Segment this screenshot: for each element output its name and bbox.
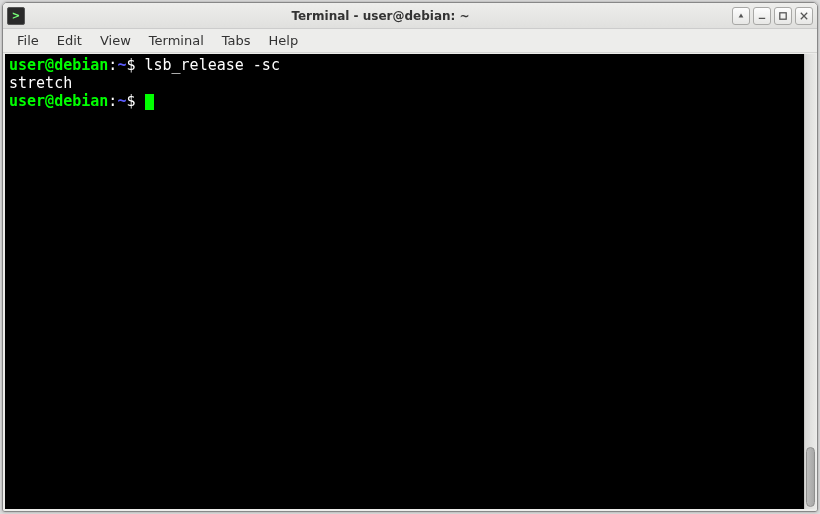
close-button[interactable] [795, 7, 813, 25]
terminal-window: Terminal - user@debian: ~ File Edit View… [2, 2, 818, 512]
output-line: stretch [9, 74, 72, 92]
scrollbar-thumb[interactable] [806, 447, 815, 507]
rollup-button[interactable] [732, 7, 750, 25]
vertical-scrollbar[interactable] [804, 54, 816, 509]
prompt-userhost: user@debian [9, 56, 108, 74]
terminal-container: user@debian:~$ lsb_release -sc stretch u… [3, 53, 817, 511]
cursor-block [145, 94, 154, 110]
svg-rect-0 [780, 12, 786, 18]
menu-tabs[interactable]: Tabs [214, 30, 259, 51]
prompt-dollar: $ [126, 92, 144, 110]
prompt-userhost: user@debian [9, 92, 108, 110]
menu-terminal[interactable]: Terminal [141, 30, 212, 51]
prompt-dollar: $ [126, 56, 144, 74]
window-controls [732, 7, 813, 25]
menubar: File Edit View Terminal Tabs Help [3, 29, 817, 53]
menu-view[interactable]: View [92, 30, 139, 51]
terminal-icon [7, 7, 25, 25]
minimize-button[interactable] [753, 7, 771, 25]
terminal-output[interactable]: user@debian:~$ lsb_release -sc stretch u… [5, 54, 804, 509]
menu-edit[interactable]: Edit [49, 30, 90, 51]
command-text: lsb_release -sc [144, 56, 279, 74]
maximize-button[interactable] [774, 7, 792, 25]
titlebar[interactable]: Terminal - user@debian: ~ [3, 3, 817, 29]
window-title: Terminal - user@debian: ~ [29, 9, 732, 23]
menu-help[interactable]: Help [261, 30, 307, 51]
menu-file[interactable]: File [9, 30, 47, 51]
